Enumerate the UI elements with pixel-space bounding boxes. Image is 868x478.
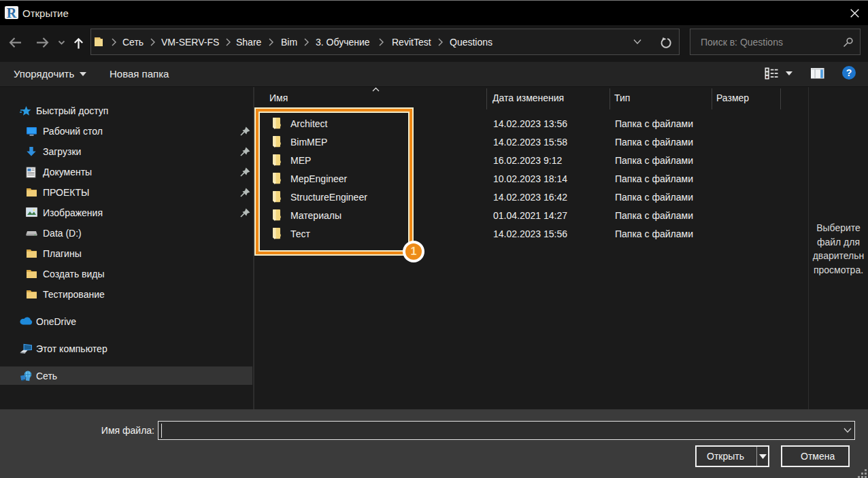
svg-text:R: R [7, 6, 17, 19]
